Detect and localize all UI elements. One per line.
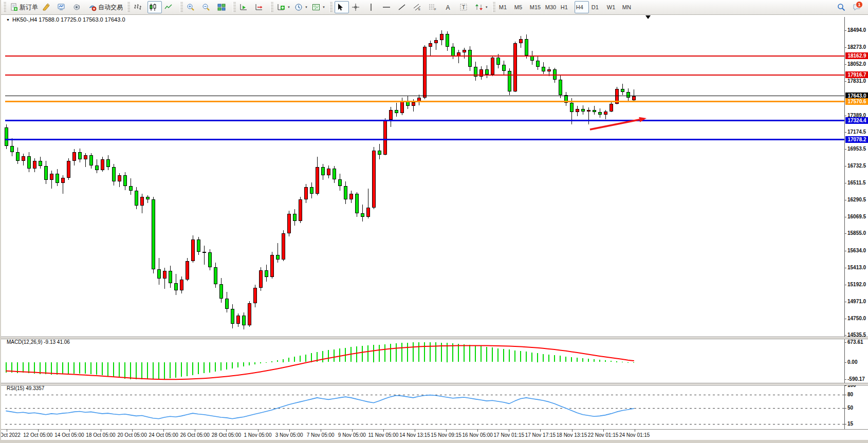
macd-histogram-bar [356, 346, 357, 362]
macd-histogram-bar [401, 343, 402, 362]
equidistant-channel-button[interactable]: E [412, 1, 426, 13]
macd-histogram-bar [390, 344, 391, 362]
auto-trading-button[interactable]: 自动交易 [87, 1, 124, 13]
candlestick-chart-button[interactable] [147, 1, 162, 13]
bar-chart-button[interactable] [132, 1, 146, 13]
chart-shift-button[interactable] [253, 1, 268, 13]
time-axis-tick [132, 429, 133, 432]
notifications-button[interactable]: 1 [851, 1, 865, 13]
templates-button[interactable]: ▼ [310, 1, 327, 13]
toolbar-grip[interactable] [233, 2, 236, 12]
macd-histogram-bar [277, 360, 278, 362]
timeframe-m1[interactable]: M1 [497, 1, 512, 13]
macd-histogram-bar [62, 362, 63, 375]
price-axis-label: 14971.0 [847, 299, 866, 305]
search-button[interactable] [836, 1, 850, 13]
market-watch-button[interactable] [56, 1, 70, 13]
indicators-button[interactable]: ▼ [275, 1, 292, 13]
horizontal-line-object[interactable] [5, 75, 844, 76]
candle [219, 284, 223, 299]
macd-histogram-bar [362, 346, 363, 362]
zoom-in-button[interactable] [185, 1, 199, 13]
news-sound-button[interactable] [71, 1, 86, 13]
arrows-button[interactable]: ▼ [473, 1, 490, 13]
macd-histogram-bar [458, 344, 459, 362]
toolbar-grip[interactable] [270, 2, 273, 12]
timeframe-m30[interactable]: M30 [544, 1, 558, 13]
macd-histogram-bar [271, 361, 272, 362]
candle [89, 155, 93, 165]
zoom-out-button[interactable] [200, 1, 215, 13]
timeframe-h1[interactable]: H1 [559, 1, 574, 13]
candle [446, 34, 449, 47]
chevron-down-icon: ▼ [305, 6, 308, 9]
vertical-line-button[interactable] [365, 1, 380, 13]
cursor-button[interactable] [335, 1, 349, 13]
timeframe-d1[interactable]: D1 [590, 1, 604, 13]
macd-histogram-bar [113, 362, 114, 377]
toolbar-grip[interactable] [127, 2, 130, 12]
macd-histogram-bar [452, 343, 453, 362]
line-chart-button[interactable] [163, 1, 177, 13]
horizontal-line-button[interactable] [381, 1, 395, 13]
time-axis-label: 22 Nov 01:15 [588, 432, 619, 438]
chevron-down-icon[interactable]: ▼ [6, 18, 10, 22]
candle [197, 239, 200, 252]
timeframe-mn[interactable]: MN [621, 1, 635, 13]
macd-histogram-bar [633, 362, 634, 363]
horizontal-line-object[interactable] [5, 56, 844, 57]
macd-histogram-bar [136, 362, 137, 380]
auto-scroll-button[interactable] [238, 1, 252, 13]
macd-histogram-bar [243, 362, 244, 366]
chart-shift-marker[interactable] [645, 15, 651, 19]
horizontal-line-object[interactable] [5, 101, 844, 102]
macd-histogram-bar [328, 350, 329, 362]
toolbar-grip[interactable] [180, 2, 183, 12]
macd-histogram-bar [334, 349, 335, 362]
new-order-button[interactable]: 新订单 [8, 1, 40, 13]
macd-histogram-bar [554, 355, 555, 362]
timeframe-m5[interactable]: M5 [513, 1, 527, 13]
fibonacci-button[interactable]: F [427, 1, 441, 13]
price-tag: 17916.7 [845, 71, 868, 78]
fibo-icon: F [429, 3, 437, 11]
time-axis-tick [321, 429, 321, 432]
timeframe-h4[interactable]: H4 [575, 1, 589, 13]
timeframe-m15[interactable]: M15 [528, 1, 543, 13]
price-tag: 18162.9 [845, 52, 868, 59]
toolbar-grip[interactable] [329, 2, 333, 12]
label-button[interactable]: T [458, 1, 472, 13]
price-axis-label: 15634.0 [847, 248, 866, 254]
macd-histogram-bar [23, 362, 24, 373]
macd-histogram-bar [599, 360, 600, 362]
crosshair-button[interactable] [350, 1, 364, 13]
time-axis-label: 18 Nov 13:15 [557, 432, 587, 438]
candle-wick [464, 48, 465, 59]
horizontal-line-object[interactable] [5, 120, 844, 121]
crayon-styles-button[interactable] [41, 1, 55, 13]
macd-histogram-bar [520, 351, 521, 362]
macd-rsi-splitter[interactable] [1, 383, 868, 385]
rsi-level-line [5, 395, 844, 395]
window-bottom-edge [1, 440, 868, 443]
candle [5, 127, 8, 146]
macd-histogram-bar [102, 362, 103, 376]
timeframe-w1[interactable]: W1 [605, 1, 620, 13]
macd-histogram-bar [622, 362, 623, 362]
trendline-button[interactable] [396, 1, 411, 13]
text-button[interactable]: A [442, 1, 457, 13]
tile-windows-button[interactable] [216, 1, 230, 13]
horizontal-line-object[interactable] [5, 139, 844, 140]
candle-wick [204, 246, 205, 265]
main-macd-splitter[interactable] [1, 337, 868, 339]
candle [236, 316, 240, 324]
horizontal-line-object[interactable] [5, 96, 844, 96]
template-icon [312, 3, 320, 11]
periods-button[interactable]: ▼ [293, 1, 309, 13]
toolbar-grip[interactable] [3, 2, 6, 12]
candle [400, 101, 404, 113]
toolbar-grip[interactable] [492, 2, 495, 12]
macd-histogram-bar [373, 345, 374, 362]
notification-badge: 1 [856, 1, 863, 8]
macd-histogram-bar [571, 357, 572, 362]
